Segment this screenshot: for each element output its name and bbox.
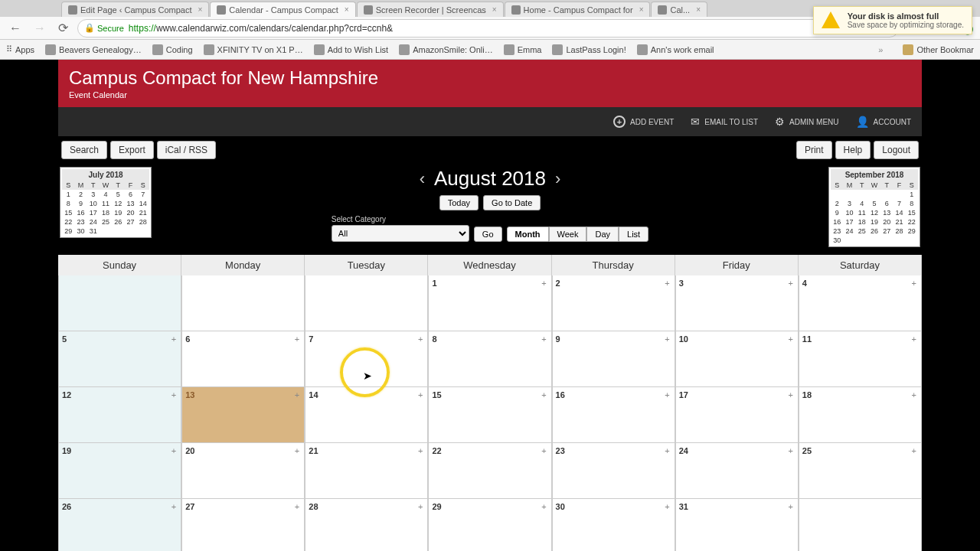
mini-cal-day[interactable]: 4 [100, 190, 112, 199]
add-event-plus-icon[interactable]: + [788, 390, 792, 399]
calendar-day-cell[interactable]: 30+ [552, 499, 675, 551]
calendar-day-cell[interactable]: 23+ [552, 443, 675, 499]
add-event-plus-icon[interactable]: + [172, 390, 176, 399]
calendar-day-cell[interactable]: 10+ [675, 331, 799, 387]
add-event-plus-icon[interactable]: + [788, 279, 792, 288]
mini-cal-day[interactable] [893, 236, 905, 245]
print-button[interactable]: Print [796, 141, 832, 159]
mini-cal-day[interactable]: 19 [112, 208, 124, 217]
calendar-day-cell[interactable] [181, 276, 305, 331]
mini-cal-day[interactable]: 18 [856, 217, 868, 227]
browser-tab[interactable]: Home - Campus Compact for× [505, 2, 651, 17]
mini-cal-day[interactable]: 22 [906, 217, 918, 227]
search-button[interactable]: Search [61, 141, 107, 159]
close-icon[interactable]: × [639, 5, 644, 14]
mini-cal-day[interactable]: 25 [100, 217, 112, 227]
calendar-day-cell[interactable]: 7+ [305, 331, 428, 387]
add-event-plus-icon[interactable]: + [541, 390, 546, 399]
mini-cal-day[interactable]: 27 [880, 227, 893, 236]
admin-menu-button[interactable]: ⚙ADMIN MENU [775, 116, 838, 128]
mini-cal-day[interactable]: 8 [906, 199, 918, 208]
mini-cal-day[interactable]: 3 [843, 199, 855, 208]
mini-cal-day[interactable]: 11 [100, 199, 112, 208]
view-day-button[interactable]: Day [586, 227, 619, 242]
mini-cal-day[interactable]: 26 [868, 227, 880, 236]
calendar-day-cell[interactable]: 2+ [552, 276, 675, 331]
calendar-day-cell[interactable]: 20+ [181, 443, 305, 499]
mini-calendar-prev[interactable]: July 2018SMTWTFS123456789101112131415161… [60, 167, 152, 238]
mini-cal-day[interactable]: 21 [137, 208, 149, 217]
mini-cal-day[interactable]: 30 [831, 236, 843, 245]
goto-date-button[interactable]: Go to Date [483, 195, 541, 210]
close-icon[interactable]: × [198, 5, 203, 14]
mini-cal-day[interactable]: 11 [856, 208, 868, 217]
mini-cal-day[interactable]: 28 [893, 227, 905, 236]
close-icon[interactable]: × [345, 5, 349, 14]
add-event-plus-icon[interactable]: + [788, 446, 792, 455]
mini-cal-day[interactable]: 12 [112, 199, 124, 208]
add-event-button[interactable]: +ADD EVENT [613, 116, 674, 128]
mini-cal-day[interactable]: 10 [87, 199, 100, 208]
mini-cal-day[interactable] [880, 236, 893, 245]
calendar-day-cell[interactable]: 24+ [675, 443, 799, 499]
add-event-plus-icon[interactable]: + [418, 390, 423, 399]
calendar-day-cell[interactable]: 8+ [428, 331, 551, 387]
mini-cal-day[interactable] [856, 190, 868, 199]
calendar-day-cell[interactable]: 16+ [552, 387, 675, 443]
mini-cal-day[interactable]: 21 [893, 217, 905, 227]
add-event-plus-icon[interactable]: + [295, 446, 299, 455]
bookmark-item[interactable]: LastPass Login! [552, 44, 626, 55]
view-list-button[interactable]: List [619, 227, 648, 242]
calendar-day-cell[interactable]: 13+ [181, 387, 305, 443]
calendar-day-cell[interactable]: 28+ [305, 499, 428, 551]
mini-cal-day[interactable]: 5 [112, 190, 124, 199]
mini-cal-day[interactable]: 13 [124, 199, 136, 208]
calendar-day-cell[interactable] [305, 276, 428, 331]
mini-cal-day[interactable] [843, 190, 855, 199]
mini-cal-day[interactable]: 6 [124, 190, 136, 199]
mini-cal-day[interactable]: 27 [124, 217, 136, 227]
account-button[interactable]: 👤ACCOUNT [856, 116, 911, 128]
view-week-button[interactable]: Week [549, 227, 587, 242]
calendar-day-cell[interactable]: 9+ [552, 331, 675, 387]
logout-button[interactable]: Logout [874, 141, 919, 159]
calendar-day-cell[interactable]: 27+ [181, 499, 305, 551]
add-event-plus-icon[interactable]: + [541, 502, 546, 511]
mini-cal-day[interactable]: 14 [137, 199, 149, 208]
mini-cal-day[interactable] [893, 190, 905, 199]
mini-cal-day[interactable]: 30 [74, 227, 87, 236]
mini-cal-day[interactable]: 29 [906, 227, 918, 236]
forward-button[interactable]: → [31, 20, 49, 37]
mini-cal-day[interactable]: 7 [137, 190, 149, 199]
mini-cal-day[interactable]: 9 [831, 208, 843, 217]
calendar-day-cell[interactable]: 4+ [799, 276, 922, 331]
bookmark-item[interactable]: Beavers Genealogy… [45, 44, 142, 55]
add-event-plus-icon[interactable]: + [418, 334, 423, 344]
mini-cal-day[interactable] [124, 227, 136, 236]
close-icon[interactable]: × [696, 5, 701, 14]
mini-calendar-next[interactable]: September 2018SMTWTFS1234567891011121314… [828, 167, 920, 247]
calendar-day-cell[interactable]: 29+ [428, 499, 551, 551]
mini-cal-day[interactable] [137, 227, 149, 236]
mini-cal-day[interactable]: 14 [893, 208, 905, 217]
mini-cal-day[interactable]: 1 [906, 190, 918, 199]
mini-cal-day[interactable]: 7 [893, 199, 905, 208]
mini-cal-day[interactable]: 6 [880, 199, 893, 208]
mini-cal-day[interactable]: 17 [843, 217, 855, 227]
mini-cal-day[interactable]: 1 [62, 190, 74, 199]
back-button[interactable]: ← [6, 20, 24, 37]
other-bookmarks[interactable]: Other Bookmar [903, 44, 974, 55]
view-month-button[interactable]: Month [507, 227, 549, 242]
bookmark-item[interactable]: Ann's work email [637, 44, 714, 55]
mini-cal-day[interactable]: 20 [124, 208, 136, 217]
bookmark-item[interactable]: Coding [152, 44, 193, 55]
mini-cal-day[interactable]: 4 [856, 199, 868, 208]
calendar-day-cell[interactable]: 26+ [58, 499, 181, 551]
mini-cal-day[interactable] [868, 236, 880, 245]
apps-button[interactable]: ⠿Apps [6, 44, 34, 54]
browser-tab[interactable]: Calendar - Campus Compact× [210, 2, 355, 17]
add-event-plus-icon[interactable]: + [912, 390, 916, 399]
mini-cal-day[interactable]: 31 [87, 227, 100, 236]
mini-cal-day[interactable]: 25 [856, 227, 868, 236]
add-event-plus-icon[interactable]: + [912, 446, 916, 455]
